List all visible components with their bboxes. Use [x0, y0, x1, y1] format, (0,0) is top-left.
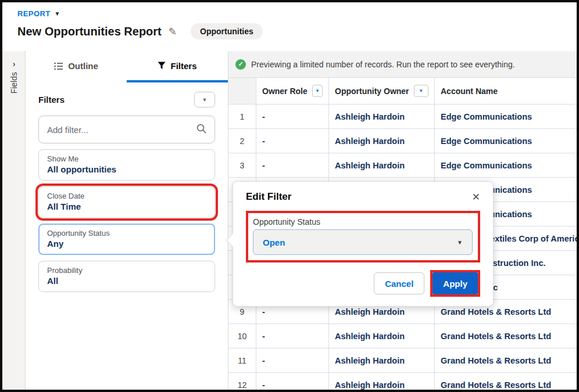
table-header-row: Owner Role ▼ Opportunity Owner ▼ Account… [228, 78, 577, 105]
preview-banner-text: Previewing a limited number of records. … [251, 60, 515, 69]
apply-button[interactable]: Apply [433, 272, 478, 294]
dialog-title: Edit Filter [246, 191, 291, 203]
filter-funnel-icon [158, 62, 166, 70]
status-dropdown[interactable]: Open ▼ [253, 229, 473, 255]
preview-banner: ✓ Previewing a limited number of records… [228, 51, 577, 78]
fields-rail[interactable]: › Fields [2, 51, 26, 390]
table-row[interactable]: 12 - Ashleigh Hardoin Grand Hotels & Res… [228, 373, 577, 390]
opportunity-owner-cell: Ashleigh Hardoin [329, 105, 435, 129]
owner-role-cell: - [256, 153, 329, 178]
table-row[interactable]: 10 - Ashleigh Hardoin Grand Hotels & Res… [228, 324, 577, 348]
filter-value: Any [47, 239, 206, 249]
filter-card-opportunity-status[interactable]: Opportunity Status Any [38, 224, 215, 255]
column-menu-button[interactable]: ▼ [414, 85, 428, 97]
row-number-cell: 10 [228, 324, 256, 348]
filter-card-probability[interactable]: Probability All [38, 261, 215, 292]
opportunity-owner-cell: Ashleigh Hardoin [329, 373, 435, 390]
cancel-button[interactable]: Cancel [374, 272, 424, 294]
report-builder-window: REPORT ▼ New Opportunities Report ✎ Oppo… [0, 0, 579, 392]
fields-rail-label: Fields [9, 72, 19, 93]
filters-menu-button[interactable]: ▼ [194, 92, 215, 107]
annotation-box-field: Opportunity Status Open ▼ [246, 211, 480, 262]
dialog-field-label: Opportunity Status [253, 217, 473, 226]
opportunity-owner-cell: Ashleigh Hardoin [329, 348, 435, 373]
account-name-cell: Grand Hotels & Resorts Ltd [435, 373, 577, 390]
filter-value: All [47, 276, 206, 286]
account-name-cell: Grand Hotels & Resorts Ltd [435, 348, 577, 373]
owner-role-cell: - [256, 129, 329, 153]
annotation-box-apply: Apply [430, 270, 480, 297]
row-number-cell: 2 [228, 129, 256, 153]
filter-card-show-me[interactable]: Show Me All opportunities [38, 149, 215, 181]
table-row[interactable]: 1 - Ashleigh Hardoin Edge Communications [228, 105, 577, 129]
add-filter-placeholder: Add filter... [47, 125, 88, 135]
table-row[interactable]: 3 - Ashleigh Hardoin Edge Communications [228, 153, 577, 178]
tab-outline-label: Outline [68, 61, 98, 71]
page-title: New Opportunities Report [17, 25, 162, 38]
column-header-label: Account Name [441, 87, 498, 96]
column-menu-button[interactable]: ▼ [312, 85, 323, 97]
column-header-opportunity-owner[interactable]: Opportunity Owner ▼ [329, 78, 435, 105]
outline-list-icon [54, 62, 63, 70]
chevron-down-icon: ▼ [457, 239, 463, 246]
filter-label: Probability [47, 266, 206, 275]
filters-panel: Outline Filters Filters ▼ Add filter... [26, 51, 228, 390]
table-row[interactable]: 11 - Ashleigh Hardoin Grand Hotels & Res… [228, 348, 577, 373]
status-dropdown-value: Open [263, 238, 285, 247]
account-name-cell: Edge Communications [435, 105, 577, 129]
tab-filters[interactable]: Filters [127, 51, 228, 82]
chevron-right-icon: › [13, 59, 16, 69]
filter-label: Show Me [47, 154, 206, 163]
owner-role-cell: - [256, 348, 329, 373]
row-number-cell: 3 [228, 153, 256, 178]
report-header: REPORT ▼ New Opportunities Report ✎ Oppo… [2, 2, 577, 51]
search-icon [196, 124, 206, 136]
object-pill: Opportunities [191, 23, 263, 39]
tab-filters-label: Filters [170, 61, 196, 71]
close-icon[interactable]: ✕ [472, 192, 480, 202]
column-header-label: Opportunity Owner [335, 87, 409, 96]
filter-value: All Time [47, 202, 206, 211]
row-number-cell: 11 [228, 348, 256, 373]
add-filter-input[interactable]: Add filter... [38, 116, 215, 143]
table-row[interactable]: 2 - Ashleigh Hardoin Edge Communications [228, 129, 577, 153]
account-name-cell: Grand Hotels & Resorts Ltd [435, 324, 577, 348]
opportunity-owner-cell: Ashleigh Hardoin [329, 324, 435, 348]
owner-role-cell: - [256, 373, 329, 390]
column-header-label: Owner Role [262, 87, 308, 96]
chevron-down-icon: ▼ [55, 10, 60, 17]
edit-filter-dialog: Edit Filter ✕ Opportunity Status Open ▼ … [233, 181, 494, 307]
filter-label: Close Date [47, 192, 206, 200]
filter-label: Opportunity Status [47, 229, 206, 238]
column-header-owner-role[interactable]: Owner Role ▼ [256, 78, 329, 105]
owner-role-cell: - [256, 324, 329, 348]
column-header-account-name[interactable]: Account Name [435, 78, 577, 105]
filter-card-close-date[interactable]: Close Date All Time [38, 186, 215, 218]
row-number-cell: 12 [228, 373, 256, 390]
opportunity-owner-cell: Ashleigh Hardoin [329, 129, 435, 153]
account-name-cell: Edge Communications [435, 153, 577, 178]
row-number-cell: 1 [228, 105, 256, 129]
edit-pencil-icon[interactable]: ✎ [169, 26, 177, 38]
opportunity-owner-cell: Ashleigh Hardoin [329, 153, 435, 178]
filters-heading: Filters [38, 95, 65, 105]
account-name-cell: Edge Communications [435, 129, 577, 153]
report-type-label: REPORT [17, 9, 51, 18]
owner-role-cell: - [256, 105, 329, 129]
report-type-menu[interactable]: REPORT ▼ [17, 9, 60, 18]
filter-value: All opportunities [47, 164, 206, 174]
chevron-down-icon: ▼ [202, 97, 208, 103]
success-check-icon: ✓ [235, 59, 246, 70]
tab-outline[interactable]: Outline [26, 51, 127, 82]
row-number-header [228, 78, 256, 105]
